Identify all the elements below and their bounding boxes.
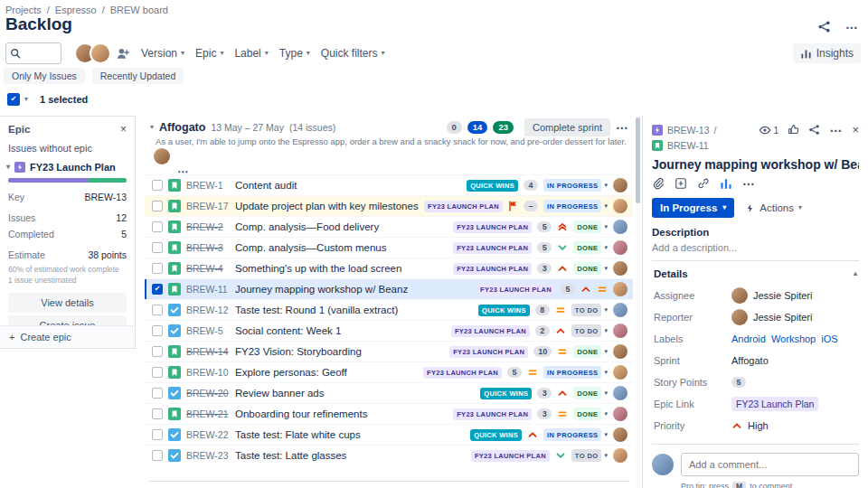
epic-badge[interactable]: FY23 LAUNCH PLAN	[449, 346, 528, 358]
assignee-avatar[interactable]	[613, 303, 627, 317]
more-icon[interactable]: ⋯	[829, 126, 843, 135]
issue-row[interactable]: BREW-3Comp. analysis—Custom menusFY23 LA…	[145, 237, 633, 258]
issue-summary[interactable]: Review banner ads	[235, 388, 475, 399]
epic-badge[interactable]: FY23 LAUNCH PLAN	[453, 408, 532, 420]
issue-checkbox[interactable]	[152, 180, 163, 191]
issue-checkbox[interactable]	[152, 450, 163, 461]
issue-summary[interactable]: Taste test: Latte glasses	[235, 450, 466, 461]
issue-key[interactable]: BREW-12	[186, 305, 230, 315]
label-link[interactable]: iOS	[821, 333, 837, 344]
assignee-avatar[interactable]	[613, 240, 627, 255]
epic-badge[interactable]: FY23 LAUNCH PLAN	[453, 242, 532, 254]
status-dropdown[interactable]: IN PROGRESS▾	[543, 366, 608, 379]
issue-summary[interactable]: FY23 Vision: Storyboarding	[235, 346, 444, 357]
status-dropdown[interactable]: DONE▾	[573, 408, 608, 420]
add-child-icon[interactable]	[675, 177, 687, 190]
issue-summary[interactable]: Social content: Week 1	[235, 325, 446, 336]
label-link[interactable]: Android	[731, 333, 766, 344]
assignee-avatar[interactable]	[613, 407, 627, 421]
sprint-more-icon[interactable]: ⋯	[616, 123, 629, 132]
issue-summary[interactable]: Taste test: Round 1 (vanilla extract)	[235, 305, 473, 315]
story-points-value[interactable]: 5	[731, 377, 746, 388]
status-dropdown[interactable]: TO DO▾	[571, 304, 608, 316]
issue-summary[interactable]: Comp. analysis—Custom menus	[235, 242, 448, 253]
issue-key[interactable]: BREW-10	[186, 367, 230, 378]
label-link[interactable]: Workshop	[771, 333, 816, 344]
avatar[interactable]	[154, 148, 170, 164]
issue-row[interactable]: BREW-17Update project plan with key mile…	[145, 195, 633, 216]
status-dropdown[interactable]: In Progress ▾	[652, 198, 734, 218]
epic-badge[interactable]: FY23 LAUNCH PLAN	[453, 221, 532, 233]
type-filter[interactable]: Type▾	[279, 47, 310, 60]
actions-dropdown[interactable]: Actions ▾	[745, 202, 802, 213]
status-dropdown[interactable]: DONE▾	[573, 262, 608, 275]
issue-key[interactable]: BREW-3	[186, 242, 230, 253]
issue-row[interactable]: BREW-22Taste test: Flate white cupsQUICK…	[145, 424, 633, 445]
issue-summary[interactable]: Something's up with the load screen	[235, 263, 448, 274]
issue-row[interactable]: BREW-10Explore personas: GeoffFY23 LAUNC…	[145, 361, 633, 382]
close-icon[interactable]: ×	[852, 123, 859, 136]
issue-checkbox[interactable]	[152, 346, 163, 357]
issue-title[interactable]: Journey mapping workshop w/ Beanz	[652, 157, 859, 172]
issue-row[interactable]: BREW-21Onboarding tour refinementsFY23 L…	[145, 403, 633, 424]
board-search-input[interactable]	[24, 48, 60, 59]
like-icon[interactable]	[788, 124, 799, 136]
quick-filters[interactable]: Quick filters▾	[321, 47, 385, 60]
chart-icon[interactable]	[720, 177, 732, 190]
assignee-value[interactable]: Jessie Spiteri	[731, 287, 812, 304]
status-dropdown[interactable]: TO DO▾	[571, 324, 608, 337]
issue-checkbox[interactable]	[152, 305, 163, 315]
status-dropdown[interactable]: DONE▾	[573, 387, 608, 399]
add-people-icon[interactable]	[115, 46, 130, 61]
parent-epic-key[interactable]: BREW-13	[667, 125, 710, 136]
assignee-avatar[interactable]	[613, 324, 627, 338]
issue-checkbox[interactable]	[152, 325, 163, 336]
issue-checkbox[interactable]	[152, 221, 163, 232]
issue-row[interactable]: BREW-20Review banner adsQUICK WINS3DONE▾	[145, 382, 633, 403]
issue-key[interactable]: BREW-2	[186, 221, 230, 232]
epic-badge[interactable]: FY23 LAUNCH PLAN	[424, 201, 503, 212]
issue-row[interactable]: BREW-12Taste test: Round 1 (vanilla extr…	[145, 299, 633, 320]
issues-without-epic-item[interactable]: Issues without epic	[0, 139, 135, 157]
issue-summary[interactable]: Update project plan with key milestones	[235, 201, 419, 211]
issue-row[interactable]: BREW-14FY23 Vision: StoryboardingFY23 LA…	[145, 341, 633, 361]
more-icon[interactable]: ⋯	[742, 179, 756, 188]
status-dropdown[interactable]: TO DO▾	[571, 449, 608, 462]
watchers-button[interactable]: 1	[759, 124, 779, 136]
view-details-button[interactable]: View details	[8, 293, 127, 313]
epic-badge[interactable]: QUICK WINS	[467, 180, 518, 192]
issue-row[interactable]: BREW-11Journey mapping workshop w/ Beanz…	[145, 278, 633, 299]
epic-badge[interactable]: QUICK WINS	[470, 429, 522, 441]
issue-key[interactable]: BREW-11	[186, 284, 230, 295]
issue-checkbox[interactable]	[152, 408, 163, 419]
create-epic-button[interactable]: + Create epic	[0, 325, 135, 348]
complete-sprint-button[interactable]: Complete sprint	[524, 118, 610, 136]
assignee-avatar[interactable]	[613, 261, 627, 276]
epic-badge[interactable]: QUICK WINS	[480, 388, 532, 399]
status-dropdown[interactable]: IN PROGRESS▾	[543, 428, 608, 441]
insights-button[interactable]: Insights	[793, 43, 861, 63]
issue-checkbox[interactable]	[152, 242, 163, 253]
epic-badge[interactable]: FY23 LAUNCH PLAN	[451, 325, 530, 337]
epic-badge[interactable]: FY23 LAUNCH PLAN	[471, 450, 550, 462]
epic-badge[interactable]: FY23 LAUNCH PLAN	[476, 284, 555, 296]
version-filter[interactable]: Version▾	[141, 47, 184, 60]
assignee-avatar[interactable]	[613, 220, 627, 234]
issue-summary[interactable]: Taste test: Flate white cups	[235, 429, 465, 440]
issue-key[interactable]: BREW-11	[667, 140, 709, 151]
chevron-up-icon[interactable]: ▴	[854, 270, 857, 277]
epic-badge[interactable]: FY23 LAUNCH PLAN	[453, 263, 532, 275]
description-placeholder[interactable]: Add a description...	[652, 242, 859, 253]
collapse-sprint-icon[interactable]: ▾	[150, 124, 154, 131]
issue-key[interactable]: BREW-20	[186, 388, 230, 399]
breadcrumb-board[interactable]: BREW board	[110, 5, 168, 15]
issue-summary[interactable]: Explore personas: Geoff	[235, 367, 418, 378]
only-my-issues-chip[interactable]: Only My Issues	[4, 68, 85, 84]
status-dropdown[interactable]: DONE▾	[573, 221, 608, 233]
priority-value[interactable]: High	[731, 420, 769, 431]
select-all-checkbox[interactable]	[7, 93, 20, 106]
issue-row[interactable]: BREW-5Social content: Week 1FY23 LAUNCH …	[145, 320, 633, 341]
assignee-avatar[interactable]	[613, 178, 627, 192]
issue-row[interactable]: BREW-1Content auditQUICK WINS4IN PROGRES…	[145, 174, 633, 195]
issue-key[interactable]: BREW-4	[186, 263, 230, 274]
